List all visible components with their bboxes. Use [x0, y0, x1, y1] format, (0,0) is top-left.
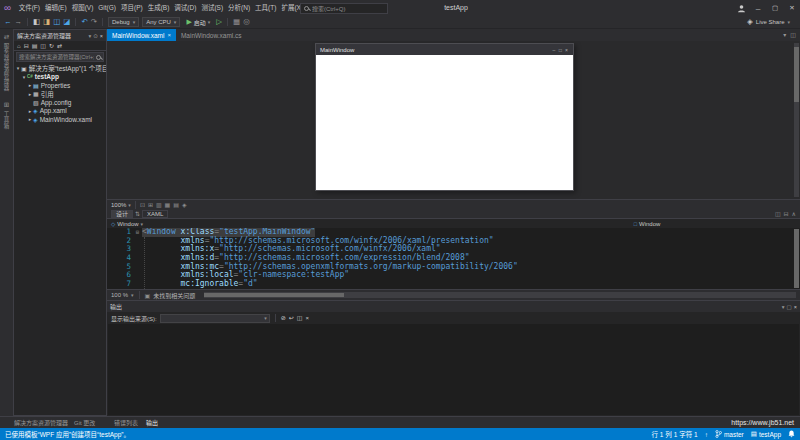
find-in-files-icon[interactable]: ◎	[243, 16, 250, 28]
element-selector[interactable]: □ Window	[634, 221, 661, 227]
live-unit-icon[interactable]: ▦	[233, 16, 240, 28]
document-tab[interactable]: MainWindow.xaml×	[107, 29, 176, 41]
maximize-button[interactable]: ▢	[770, 4, 780, 12]
back-icon[interactable]: ←	[4, 16, 12, 28]
save-icon[interactable]: ◫	[53, 16, 60, 28]
save-output-icon[interactable]: ◫	[297, 312, 303, 324]
xaml-designer[interactable]: MainWindow – □ ×	[107, 41, 800, 199]
scrollbar-thumb[interactable]	[204, 293, 344, 297]
tab-design[interactable]: 设计	[111, 210, 133, 218]
menu-edit[interactable]: 编辑(E)	[42, 0, 69, 16]
live-share-label[interactable]: Live Share	[756, 19, 785, 25]
undo-icon[interactable]: ↶	[81, 16, 87, 28]
fold-marker-icon[interactable]: ⊟	[133, 228, 142, 237]
live-share-icon[interactable]: ◈	[747, 16, 753, 28]
tab-xaml[interactable]: XAML	[142, 210, 168, 218]
pin-icon[interactable]: ⊙	[93, 30, 98, 41]
panel-tab[interactable]: 错误列表	[114, 418, 138, 427]
home-icon[interactable]: ⌂	[17, 40, 21, 52]
menu-project[interactable]: 项目(P)	[119, 0, 146, 16]
caret-position: 行 1列 1字符 1	[651, 429, 697, 439]
tree-item[interactable]: ▸◈App.xaml	[14, 107, 106, 116]
chevron-down-icon[interactable]: ▾	[782, 301, 785, 312]
design-surface-window[interactable]: MainWindow – □ ×	[315, 43, 574, 191]
menu-tools[interactable]: 工具(T)	[253, 0, 279, 16]
refresh-icon[interactable]: ↻	[49, 40, 54, 52]
close-button[interactable]: ✕	[787, 4, 797, 12]
tree-item[interactable]: ▸▦引用	[14, 90, 106, 99]
minimize-button[interactable]: ─	[753, 5, 763, 12]
menu-test[interactable]: 测试(S)	[199, 0, 226, 16]
show-all-files-icon[interactable]: ◫	[40, 40, 46, 52]
menu-debug[interactable]: 调试(D)	[172, 0, 199, 16]
close-icon[interactable]: ×	[794, 301, 797, 312]
close-icon[interactable]: ×	[305, 312, 309, 324]
collapse-all-icon[interactable]: ⊟	[24, 40, 29, 52]
dock-tab[interactable]: ⊞工具箱	[3, 101, 11, 129]
editor-zoom-dropdown[interactable]: 100 %	[111, 292, 128, 298]
dock-tab[interactable]: ⇄服务器资源管理器	[3, 33, 11, 91]
xaml-code-editor[interactable]: 1⊟<Window x:Class="testApp.MainWindow"2 …	[107, 228, 800, 289]
horizontal-split-icon[interactable]: ⊟	[784, 208, 789, 220]
output-source-dropdown[interactable]: ▾	[160, 314, 270, 323]
editor-horizontal-scrollbar[interactable]	[204, 292, 796, 298]
output-content[interactable]	[108, 324, 799, 415]
platform-dropdown[interactable]: Any CPU ▾	[142, 17, 180, 27]
save-all-icon[interactable]: ◪	[63, 16, 70, 28]
tree-item[interactable]: ▸◈MainWindow.xaml	[14, 115, 106, 124]
zoom-level-dropdown[interactable]: 100%	[111, 202, 126, 208]
vertical-split-icon[interactable]: ◫	[775, 208, 781, 220]
breadcrumb[interactable]: Window	[117, 221, 138, 227]
tree-item[interactable]: ▾C#testApp	[14, 73, 106, 82]
push-commits-icon[interactable]: ↑	[705, 431, 708, 438]
properties-icon[interactable]: ▤	[32, 40, 38, 52]
scrollbar-thumb[interactable]	[794, 47, 799, 102]
panel-tab[interactable]: 输出	[146, 418, 158, 427]
solution-search-box[interactable]: 搜索解决方案资源管理器(Ctrl+;)	[16, 52, 104, 62]
git-repo[interactable]: ▤ testApp	[751, 430, 781, 438]
user-avatar-icon[interactable]	[737, 4, 746, 13]
sync-with-active-icon[interactable]: ⇄	[57, 40, 62, 52]
chevron-down-icon[interactable]: ▾	[783, 29, 786, 41]
new-project-icon[interactable]: ◧	[33, 16, 40, 28]
tree-item[interactable]: ▧App.config	[14, 98, 106, 107]
output-panel-header[interactable]: 输出 ▾▢×	[107, 301, 800, 312]
toolbar-overflow-icon[interactable]: ▾	[787, 19, 790, 25]
menu-file[interactable]: 文件(F)	[16, 0, 42, 16]
git-branch[interactable]: master	[715, 430, 744, 438]
editor-vertical-scrollbar[interactable]	[794, 229, 799, 288]
designer-vertical-scrollbar[interactable]	[794, 43, 799, 197]
float-icon[interactable]: ◫	[790, 29, 796, 41]
watermark-link[interactable]: https://www.jb51.net	[731, 419, 794, 426]
redo-icon[interactable]: ↷	[91, 16, 97, 28]
panel-tab[interactable]: 解决方案资源管理器	[14, 418, 68, 427]
tree-item[interactable]: ▾▣解决方案“testApp”(1 个项目/共 1 个)	[14, 64, 106, 73]
close-icon[interactable]: ×	[167, 32, 171, 38]
tree-item[interactable]: ▸▤Properties	[14, 81, 106, 90]
maximize-icon[interactable]: ▢	[787, 301, 792, 312]
forward-icon[interactable]: →	[15, 16, 23, 28]
start-debugging-button[interactable]: ▶ 启动 ▾	[183, 18, 213, 27]
git-branch-label: master	[724, 431, 744, 438]
menu-git[interactable]: Git(G)	[96, 0, 119, 16]
close-icon[interactable]: ×	[100, 30, 103, 41]
scrollbar-thumb[interactable]	[794, 229, 799, 288]
open-file-icon[interactable]: ◨	[43, 16, 50, 28]
code-line[interactable]: 7 mc:Ignorable="d"	[107, 280, 800, 289]
collapse-pane-icon[interactable]: ∧	[792, 208, 796, 220]
document-health-label[interactable]: 未找到相关问题	[153, 291, 195, 300]
panel-tab[interactable]: Git 更改	[74, 418, 95, 427]
swap-panes-icon[interactable]: ⇅	[135, 210, 140, 217]
design-window-canvas[interactable]	[316, 55, 573, 190]
chevron-down-icon[interactable]: ▾	[88, 30, 91, 41]
menu-build[interactable]: 生成(B)	[145, 0, 172, 16]
search-box[interactable]: 搜索(Ctrl+Q)	[300, 3, 388, 14]
menu-view[interactable]: 视图(V)	[69, 0, 96, 16]
menu-analyze[interactable]: 分析(N)	[226, 0, 253, 16]
document-tab[interactable]: MainWindow.xaml.cs	[176, 29, 247, 41]
configuration-dropdown[interactable]: Debug ▾	[108, 17, 139, 27]
wrap-icon[interactable]: ↩	[289, 312, 294, 324]
start-without-debugging-icon[interactable]: ▷	[216, 16, 222, 28]
clear-all-icon[interactable]: ⊘	[281, 312, 286, 324]
notifications-bell-icon[interactable]	[788, 430, 795, 439]
